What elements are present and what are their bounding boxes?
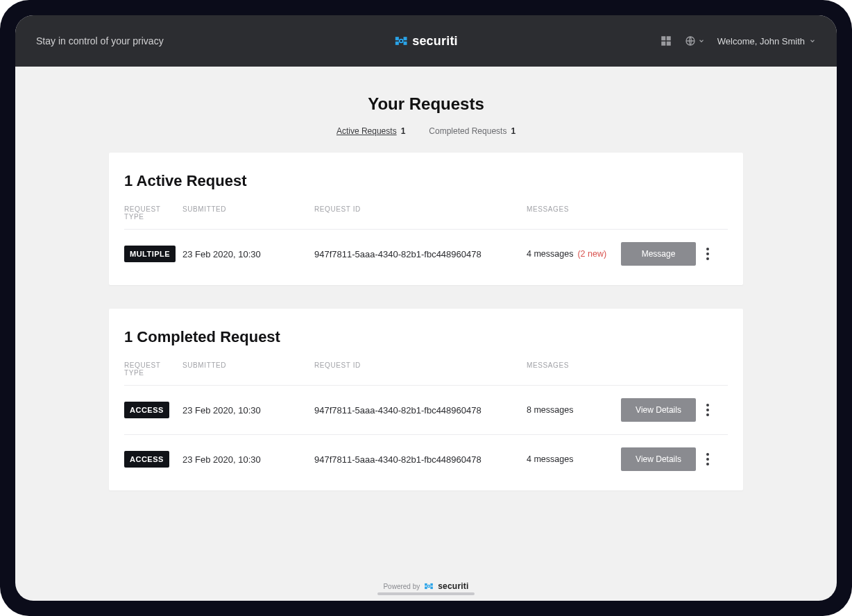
page-title: Your Requests bbox=[15, 94, 837, 114]
card-title: 1 Active Request bbox=[124, 172, 728, 190]
tab-label: Completed Requests bbox=[429, 126, 506, 136]
tab-completed-requests[interactable]: Completed Requests 1 bbox=[429, 126, 516, 136]
col-header-messages: MESSAGES bbox=[527, 361, 621, 377]
request-type-badge: ACCESS bbox=[124, 402, 169, 418]
col-header-submitted: SUBMITTED bbox=[182, 361, 314, 377]
row-menu-button[interactable] bbox=[697, 400, 718, 420]
language-selector[interactable] bbox=[685, 35, 705, 46]
svg-point-5 bbox=[400, 40, 402, 42]
footer: Powered by securiti bbox=[15, 577, 837, 601]
col-header-type: REQUEST TYPE bbox=[124, 361, 182, 377]
footer-brand: securiti bbox=[438, 581, 468, 591]
welcome-text: Welcome, John Smith bbox=[717, 36, 805, 46]
row-menu-button[interactable] bbox=[697, 243, 718, 264]
col-header-submitted: SUBMITTED bbox=[182, 205, 314, 221]
header-right: Welcome, John Smith bbox=[660, 35, 816, 47]
svg-rect-1 bbox=[404, 37, 407, 40]
col-header-type: REQUEST TYPE bbox=[124, 205, 182, 221]
messages-cell: 4 messages bbox=[527, 454, 621, 464]
tab-active-requests[interactable]: Active Requests 1 bbox=[336, 126, 405, 136]
device-frame: Stay in control of your privacy securiti bbox=[0, 0, 852, 616]
table-row: MULTIPLE 23 Feb 2020, 10:30 947f7811-5aa… bbox=[124, 229, 728, 278]
new-messages-badge: (2 new) bbox=[577, 249, 606, 259]
submitted-cell: 23 Feb 2020, 10:30 bbox=[182, 249, 314, 259]
securiti-logo-icon bbox=[424, 581, 434, 591]
message-button[interactable]: Message bbox=[621, 242, 696, 266]
tab-label: Active Requests bbox=[336, 126, 397, 136]
svg-rect-11 bbox=[425, 583, 427, 586]
svg-rect-8 bbox=[661, 42, 665, 46]
svg-rect-0 bbox=[395, 37, 399, 40]
svg-rect-3 bbox=[404, 42, 407, 45]
table-row: ACCESS 23 Feb 2020, 10:30 947f7811-5aaa-… bbox=[124, 385, 728, 434]
submitted-cell: 23 Feb 2020, 10:30 bbox=[182, 454, 314, 465]
securiti-logo-icon bbox=[394, 34, 408, 48]
user-menu[interactable]: Welcome, John Smith bbox=[717, 36, 816, 46]
svg-rect-6 bbox=[661, 36, 665, 40]
app-header: Stay in control of your privacy securiti bbox=[15, 15, 837, 67]
brand-name: securiti bbox=[412, 34, 458, 49]
tab-count: 1 bbox=[511, 126, 516, 136]
row-menu-button[interactable] bbox=[697, 449, 718, 470]
card-title: 1 Completed Request bbox=[124, 328, 728, 346]
tab-count: 1 bbox=[401, 126, 406, 136]
powered-by-text: Powered by bbox=[383, 583, 420, 590]
brand-logo[interactable]: securiti bbox=[394, 34, 458, 49]
svg-rect-12 bbox=[431, 583, 434, 586]
table-header: REQUEST TYPE SUBMITTED REQUEST ID MESSAG… bbox=[124, 205, 728, 229]
svg-rect-9 bbox=[667, 42, 671, 46]
submitted-cell: 23 Feb 2020, 10:30 bbox=[182, 405, 314, 416]
messages-cell: 4 messages (2 new) bbox=[527, 249, 621, 259]
request-id-cell: 947f7811-5aaa-4340-82b1-fbc448960478 bbox=[314, 249, 527, 259]
request-type-badge: ACCESS bbox=[124, 451, 169, 468]
view-details-button[interactable]: View Details bbox=[621, 398, 696, 422]
request-id-cell: 947f7811-5aaa-4340-82b1-fbc448960478 bbox=[314, 405, 527, 416]
dashboard-icon[interactable] bbox=[660, 35, 672, 47]
view-details-button[interactable]: View Details bbox=[621, 447, 696, 471]
messages-cell: 8 messages bbox=[527, 405, 621, 415]
svg-rect-14 bbox=[431, 587, 434, 590]
main-content: Your Requests Active Requests 1 Complete… bbox=[15, 67, 837, 577]
col-header-messages: MESSAGES bbox=[527, 205, 621, 221]
request-type-badge: MULTIPLE bbox=[124, 246, 176, 262]
chevron-down-icon bbox=[698, 37, 705, 44]
header-tagline: Stay in control of your privacy bbox=[36, 35, 164, 46]
col-header-id: REQUEST ID bbox=[314, 205, 527, 221]
table-header: REQUEST TYPE SUBMITTED REQUEST ID MESSAG… bbox=[124, 361, 728, 385]
active-requests-card: 1 Active Request REQUEST TYPE SUBMITTED … bbox=[109, 153, 743, 285]
svg-rect-13 bbox=[425, 587, 427, 590]
svg-point-16 bbox=[428, 585, 429, 587]
table-row: ACCESS 23 Feb 2020, 10:30 947f7811-5aaa-… bbox=[124, 434, 728, 484]
svg-rect-7 bbox=[667, 36, 671, 40]
completed-requests-card: 1 Completed Request REQUEST TYPE SUBMITT… bbox=[109, 309, 743, 490]
request-tabs: Active Requests 1 Completed Requests 1 bbox=[15, 126, 837, 136]
svg-rect-2 bbox=[395, 42, 399, 45]
device-screen: Stay in control of your privacy securiti bbox=[15, 15, 837, 601]
chevron-down-icon bbox=[809, 37, 816, 44]
request-id-cell: 947f7811-5aaa-4340-82b1-fbc448960478 bbox=[314, 454, 527, 465]
col-header-id: REQUEST ID bbox=[314, 361, 527, 377]
home-indicator bbox=[377, 592, 475, 595]
